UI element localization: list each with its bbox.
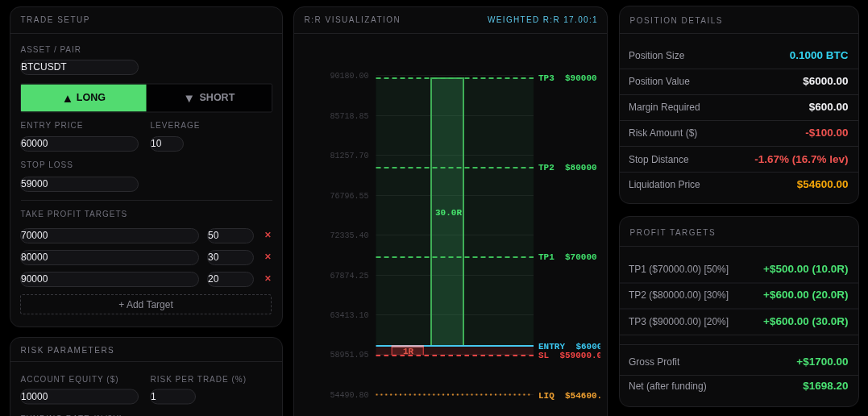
svg-text:81257.70: 81257.70 — [330, 152, 368, 160]
svg-text:SL: SL — [538, 351, 550, 360]
svg-text:54490.80: 54490.80 — [330, 391, 368, 400]
svg-text:58951.95: 58951.95 — [330, 351, 368, 360]
svg-text:72335.40: 72335.40 — [330, 231, 368, 240]
svg-text:67874.25: 67874.25 — [330, 272, 368, 281]
svg-text:30.0R: 30.0R — [435, 208, 462, 218]
svg-text:$90000: $90000 — [565, 73, 597, 83]
svg-text:TP2: TP2 — [538, 163, 554, 173]
svg-text:90180.00: 90180.00 — [330, 72, 368, 81]
svg-text:1R: 1R — [403, 347, 414, 356]
svg-text:$70000: $70000 — [565, 252, 597, 262]
svg-text:TP3: TP3 — [538, 73, 554, 83]
svg-text:LIQ: LIQ — [538, 391, 554, 401]
svg-text:$59000.00: $59000.00 — [559, 351, 600, 360]
svg-text:85718.85: 85718.85 — [330, 112, 368, 121]
svg-text:$80000: $80000 — [565, 163, 597, 173]
svg-text:TP1: TP1 — [538, 252, 554, 262]
svg-text:63413.10: 63413.10 — [330, 311, 368, 320]
svg-text:76796.55: 76796.55 — [330, 192, 368, 201]
svg-text:$54600.00: $54600.00 — [565, 391, 600, 401]
